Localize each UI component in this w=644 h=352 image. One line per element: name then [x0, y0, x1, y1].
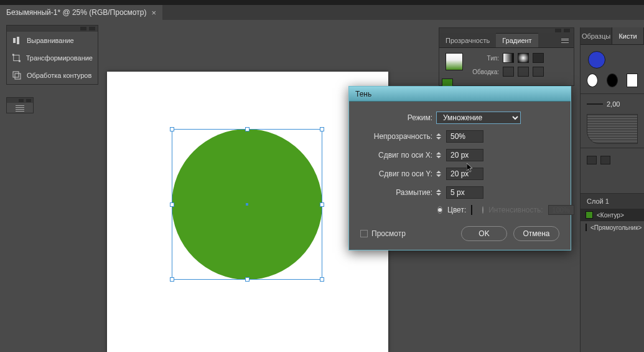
offset-x-label: Сдвиг по оси X: — [360, 151, 432, 159]
layer-row[interactable]: <Контур> — [581, 209, 644, 221]
offset-x-input[interactable]: 20 px — [446, 149, 483, 161]
stepper[interactable] — [436, 168, 444, 179]
brush-preview[interactable] — [587, 114, 638, 144]
tab-transparency[interactable]: Прозрачность — [439, 33, 496, 47]
document-tab-title: Безымянный-1* @ 25% (RGB/Просмотр) — [6, 8, 146, 17]
close-icon[interactable] — [26, 99, 31, 102]
offset-y-row: Сдвиг по оси Y: 20 px — [360, 168, 559, 180]
brush-swatch[interactable] — [588, 51, 605, 69]
preview-checkbox[interactable]: Просмотр — [360, 229, 406, 238]
offset-y-input[interactable]: 20 px — [446, 168, 483, 180]
selection-handle[interactable] — [245, 127, 250, 131]
transform-icon — [12, 53, 21, 63]
svg-rect-4 — [19, 60, 21, 62]
opacity-label: Непрозрачность: — [360, 132, 432, 141]
document-tab[interactable]: Безымянный-1* @ 25% (RGB/Просмотр) × — [0, 5, 162, 20]
svg-rect-3 — [12, 54, 14, 56]
pathfinder-icon — [12, 70, 22, 80]
left-mini-panel — [6, 97, 34, 113]
collapse-icon[interactable] — [80, 27, 86, 31]
stroke-label: Обводка: — [469, 69, 499, 75]
shadow-dialog: Тень Режим: Умножение Непрозрачность: 50… — [348, 86, 571, 250]
layer-label: <Прямоугольник> — [590, 224, 642, 231]
blur-row: Размытие: 5 px — [360, 186, 559, 199]
selected-object[interactable] — [172, 129, 322, 280]
panel-menu-icon[interactable] — [560, 37, 570, 44]
gradient-panel: Прозрачность Градиент Тип: Обводка: — [439, 27, 574, 86]
color-chip[interactable] — [471, 205, 472, 215]
panel-item-label: Трансформирование — [26, 54, 93, 62]
close-icon[interactable] — [89, 27, 95, 31]
panel-icon[interactable] — [600, 156, 610, 164]
layer-color-chip — [586, 211, 593, 219]
preview-label: Просмотр — [371, 229, 406, 238]
layers-panel: Слой 1 <Контур> <Прямоугольник> — [581, 193, 644, 234]
offset-x-row: Сдвиг по оси X: 20 px — [360, 149, 559, 161]
selection-handle[interactable] — [245, 277, 250, 282]
right-dock: Образцы Кисти 2,00 Слой 1 <Контур> <Прям… — [580, 27, 644, 352]
blur-label: Размытие: — [360, 188, 432, 197]
close-icon[interactable] — [564, 29, 570, 32]
mode-label: Режим: — [360, 113, 432, 122]
selection-handle[interactable] — [170, 277, 174, 282]
gradient-stroke-option[interactable] — [518, 67, 529, 77]
collapse-icon[interactable] — [555, 29, 561, 32]
color-radio[interactable] — [437, 206, 442, 214]
gradient-stroke-option[interactable] — [503, 67, 514, 77]
opacity-row: Непрозрачность: 50% — [360, 130, 559, 143]
checkbox-icon[interactable] — [360, 230, 368, 237]
artboard[interactable] — [107, 72, 388, 352]
layer-label: <Контур> — [597, 212, 624, 219]
canvas[interactable] — [107, 72, 388, 352]
intensity-label: Интенсивность: — [488, 206, 543, 214]
gradient-type-freeform[interactable] — [533, 53, 544, 63]
panel-item-transform[interactable]: Трансформирование — [7, 49, 98, 67]
tab-brushes[interactable]: Кисти — [612, 27, 644, 44]
opacity-input[interactable]: 50% — [446, 130, 483, 143]
stroke-icon — [587, 103, 603, 105]
menu-icon[interactable] — [16, 105, 24, 112]
stepper[interactable] — [436, 187, 444, 198]
selection-handle[interactable] — [320, 127, 324, 131]
layer-row[interactable]: <Прямоугольник> — [581, 221, 644, 234]
collapse-icon[interactable] — [19, 99, 24, 102]
layers-header[interactable]: Слой 1 — [581, 194, 644, 209]
panel-item-align[interactable]: Выравнивание — [7, 32, 98, 49]
selection-handle[interactable] — [170, 202, 174, 207]
gradient-type-linear[interactable] — [503, 53, 514, 63]
gradient-stroke-option[interactable] — [533, 67, 544, 77]
stepper[interactable] — [436, 150, 444, 161]
cancel-button[interactable]: Отмена — [513, 226, 559, 241]
blur-input[interactable]: 5 px — [446, 186, 483, 199]
ok-button[interactable]: OK — [461, 226, 507, 241]
panel-titlebar[interactable] — [439, 28, 574, 33]
close-icon[interactable]: × — [151, 9, 156, 17]
offset-y-label: Сдвиг по оси Y: — [360, 169, 432, 178]
svg-rect-0 — [13, 38, 16, 43]
intensity-radio[interactable] — [482, 206, 483, 214]
tab-gradient[interactable]: Градиент — [496, 33, 538, 47]
selection-center-icon — [246, 203, 248, 206]
stroke-weight-value[interactable]: 2,00 — [607, 100, 620, 108]
swatch[interactable] — [627, 74, 638, 87]
stepper[interactable] — [436, 131, 444, 142]
gradient-preview[interactable] — [446, 53, 463, 70]
selection-handle[interactable] — [320, 202, 324, 207]
svg-rect-1 — [17, 37, 19, 44]
color-label: Цвет: — [447, 206, 466, 214]
panel-titlebar[interactable] — [7, 98, 33, 103]
dialog-titlebar[interactable]: Тень — [349, 87, 571, 102]
tab-swatches[interactable]: Образцы — [581, 27, 612, 44]
swatch[interactable] — [607, 74, 618, 87]
app-top-strip — [0, 0, 644, 5]
mode-select[interactable]: Умножение — [436, 112, 521, 124]
swatch[interactable] — [587, 74, 598, 87]
gradient-type-radial[interactable] — [518, 53, 529, 63]
panel-item-label: Обработка контуров — [27, 72, 91, 79]
selection-handle[interactable] — [170, 127, 174, 131]
panel-item-pathfinder[interactable]: Обработка контуров — [7, 67, 98, 84]
panel-icon[interactable] — [587, 156, 597, 164]
selection-handle[interactable] — [320, 277, 324, 282]
panel-titlebar[interactable] — [7, 26, 98, 32]
svg-rect-2 — [14, 55, 19, 60]
